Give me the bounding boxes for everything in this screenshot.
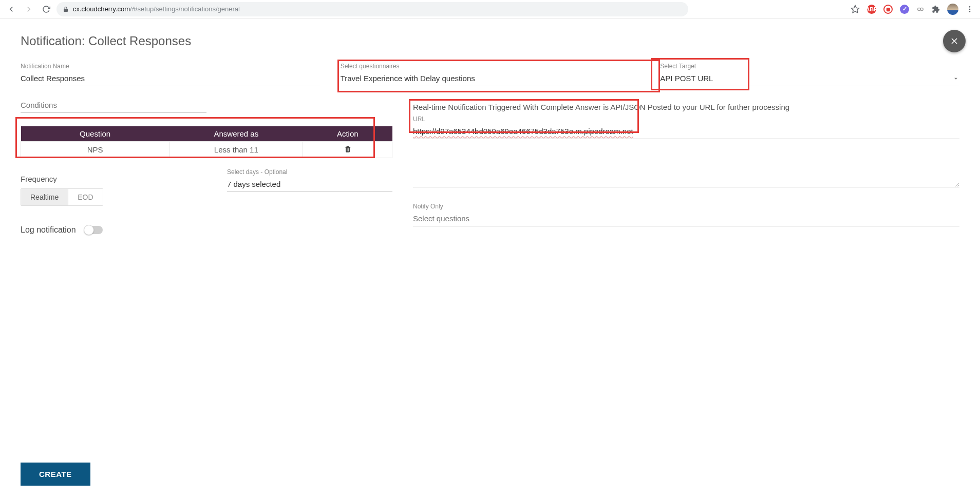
- url-label: URL: [413, 116, 959, 123]
- conditions-input[interactable]: [21, 99, 206, 113]
- notify-only-field: Notify Only: [413, 203, 959, 226]
- days-label: Select days - Optional: [227, 168, 392, 176]
- notification-name-input[interactable]: [21, 72, 320, 86]
- svg-point-4: [969, 8, 971, 10]
- conditions-table-wrap: Question Answered as Action NPS Less tha…: [21, 126, 392, 158]
- reload-button[interactable]: [39, 2, 53, 16]
- target-value: API POST URL: [660, 74, 713, 83]
- days-input[interactable]: [227, 178, 392, 192]
- conditions-field: [21, 99, 206, 113]
- extension-link-icon[interactable]: [916, 5, 925, 13]
- svg-marker-0: [852, 5, 859, 12]
- menu-icon[interactable]: [966, 5, 974, 13]
- address-bar[interactable]: cx.cloudcherry.com/#/setup/settings/noti…: [56, 2, 688, 16]
- forward-button[interactable]: [22, 2, 36, 16]
- close-button[interactable]: [943, 30, 966, 52]
- th-answered: Answered as: [169, 126, 303, 142]
- extensions-icon[interactable]: [932, 5, 940, 13]
- conditions-table: Question Answered as Action NPS Less tha…: [21, 126, 392, 158]
- th-question: Question: [21, 126, 169, 142]
- svg-point-5: [969, 11, 971, 12]
- notify-only-label: Notify Only: [413, 203, 959, 210]
- lock-icon: [63, 6, 69, 12]
- table-row: NPS Less than 11: [21, 142, 392, 158]
- frequency-toggle: Realtime EOD: [21, 188, 103, 206]
- notification-name-field: Notification Name: [21, 63, 320, 86]
- cell-question: NPS: [21, 142, 169, 158]
- svg-point-1: [918, 8, 920, 10]
- log-notification-row: Log notification: [21, 225, 392, 235]
- svg-point-2: [920, 8, 923, 10]
- log-notification-toggle[interactable]: [84, 226, 103, 234]
- target-label: Select Target: [660, 63, 959, 70]
- url-host: cx.cloudcherry.com: [73, 5, 130, 13]
- frequency-label: Frequency: [21, 175, 206, 183]
- svg-point-3: [969, 6, 971, 8]
- url-field: URL https://d97a65344bd059a69ea46675d3da…: [413, 116, 959, 139]
- days-field: Select days - Optional: [227, 168, 392, 197]
- create-button[interactable]: CREATE: [21, 463, 90, 486]
- questionnaire-input[interactable]: [341, 72, 640, 86]
- target-select[interactable]: API POST URL: [660, 72, 959, 86]
- target-field: Select Target API POST URL: [660, 63, 959, 86]
- page-title: Notification: Collect Responses: [21, 34, 959, 48]
- notify-only-input[interactable]: [413, 212, 959, 226]
- extension-purple-icon[interactable]: ✓: [900, 5, 909, 14]
- abp-icon[interactable]: ABP: [867, 5, 876, 14]
- questionnaire-field: Select questionnaires: [341, 63, 640, 86]
- json-textarea-field: [413, 150, 959, 189]
- profile-avatar[interactable]: [947, 4, 958, 15]
- extension-red-icon[interactable]: ⏺: [883, 5, 893, 14]
- notification-name-label: Notification Name: [21, 63, 320, 70]
- url-input[interactable]: https://d97a65344bd059a69ea46675d3da753e…: [413, 125, 959, 139]
- right-column: Real-time Notification Triggered With Co…: [413, 99, 959, 236]
- url-path: /#/setup/settings/notifications/general: [130, 5, 240, 13]
- url-value: https://d97a65344bd059a69ea46675d3da753e…: [413, 127, 633, 136]
- frequency-eod-button[interactable]: EOD: [68, 189, 102, 205]
- back-button[interactable]: [4, 2, 18, 16]
- chrome-actions: ABP ⏺ ✓: [851, 4, 976, 15]
- target-description: Real-time Notification Triggered With Co…: [413, 102, 959, 112]
- frequency-realtime-button[interactable]: Realtime: [21, 189, 68, 205]
- browser-chrome: cx.cloudcherry.com/#/setup/settings/noti…: [0, 0, 980, 18]
- cell-answered: Less than 11: [169, 142, 303, 158]
- cell-action: [303, 142, 392, 158]
- questionnaire-label: Select questionnaires: [341, 63, 640, 70]
- page: Notification: Collect Responses Notifica…: [0, 18, 980, 499]
- left-column: Question Answered as Action NPS Less tha…: [21, 99, 392, 235]
- delete-icon[interactable]: [344, 146, 352, 155]
- log-notification-label: Log notification: [21, 225, 76, 235]
- json-textarea[interactable]: [413, 150, 959, 187]
- chevron-down-icon: [952, 75, 959, 82]
- star-icon[interactable]: [851, 5, 860, 14]
- th-action: Action: [303, 126, 392, 142]
